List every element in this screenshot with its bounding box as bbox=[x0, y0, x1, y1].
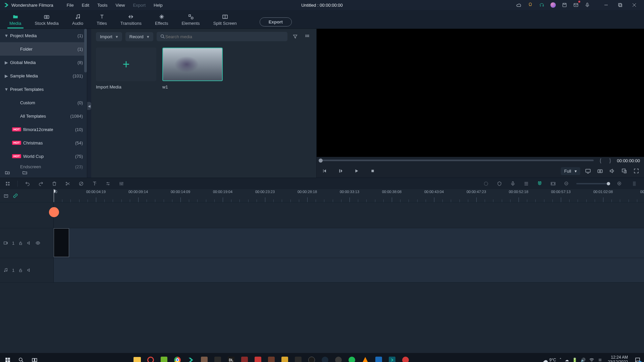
app-icon-9[interactable] bbox=[306, 354, 317, 362]
quality-select[interactable]: Full▾ bbox=[561, 167, 580, 175]
timeline-add-icon[interactable] bbox=[3, 193, 9, 198]
tab-audio[interactable]: Audio bbox=[65, 11, 90, 28]
search-media[interactable] bbox=[157, 32, 287, 41]
mark-in-button[interactable]: { bbox=[598, 158, 603, 163]
track-spacer[interactable] bbox=[54, 202, 644, 228]
timeline-clip-marker[interactable] bbox=[49, 207, 59, 217]
lock-icon[interactable] bbox=[18, 268, 23, 273]
tray-volume-icon[interactable]: 🔊 bbox=[581, 358, 586, 362]
tree-filmora12create[interactable]: HOTfilmora12create(10) bbox=[0, 123, 87, 136]
media-clip-w1[interactable]: w1 bbox=[162, 48, 223, 89]
render-icon[interactable] bbox=[482, 180, 490, 187]
filter-icon[interactable] bbox=[291, 32, 300, 41]
tab-split-screen[interactable]: Split Screen bbox=[207, 11, 244, 28]
menu-help[interactable]: Help bbox=[150, 1, 167, 10]
app-icon-4[interactable] bbox=[239, 354, 250, 362]
message-icon[interactable] bbox=[572, 1, 580, 9]
filmora-running-icon[interactable] bbox=[386, 354, 398, 362]
volume-icon[interactable] bbox=[608, 167, 616, 175]
tab-transitions[interactable]: Transitions bbox=[114, 11, 148, 28]
menu-tools[interactable]: Tools bbox=[93, 1, 111, 10]
tree-project-media[interactable]: ▼Project Media(1) bbox=[0, 29, 87, 42]
undo-button[interactable] bbox=[24, 180, 31, 187]
playhead[interactable] bbox=[54, 189, 54, 202]
text-button[interactable] bbox=[91, 180, 98, 187]
mark-out-button[interactable]: } bbox=[607, 158, 613, 163]
link-icon[interactable] bbox=[13, 193, 18, 198]
fit-icon[interactable] bbox=[549, 180, 557, 187]
audio-mixer-icon[interactable] bbox=[523, 180, 530, 187]
app-icon-10[interactable] bbox=[319, 354, 331, 362]
tree-world-cup[interactable]: HOTWorld Cup(75) bbox=[0, 149, 87, 163]
voiceover-icon[interactable] bbox=[509, 180, 517, 187]
video-clip[interactable] bbox=[54, 228, 69, 257]
tray-chevron-icon[interactable]: ˄ bbox=[559, 358, 561, 362]
play-pause-button[interactable] bbox=[337, 167, 344, 175]
menu-file[interactable]: File bbox=[63, 1, 78, 10]
import-media-card[interactable]: + Import Media bbox=[96, 48, 156, 89]
tray-wifi-icon[interactable] bbox=[589, 357, 594, 362]
mic-icon[interactable] bbox=[584, 1, 591, 9]
prev-frame-button[interactable] bbox=[321, 167, 328, 175]
tab-stock-media[interactable]: Stock Media bbox=[28, 11, 65, 28]
start-button[interactable] bbox=[2, 354, 13, 362]
split-button[interactable] bbox=[64, 180, 71, 187]
minimize-button[interactable] bbox=[599, 0, 613, 10]
app-icon-11[interactable] bbox=[333, 354, 344, 362]
tree-preset-templates[interactable]: ▼Preset Templates bbox=[0, 82, 87, 96]
app-icon-6[interactable] bbox=[266, 354, 277, 362]
close-button[interactable] bbox=[627, 0, 641, 10]
chrome-icon[interactable] bbox=[172, 354, 183, 362]
adjust-button[interactable] bbox=[104, 180, 112, 187]
task-view-button[interactable] bbox=[29, 354, 40, 362]
tree-all-templates[interactable]: All Templates(1084) bbox=[0, 109, 87, 123]
tab-media[interactable]: Media bbox=[3, 11, 28, 28]
mute-icon[interactable] bbox=[27, 241, 32, 245]
preview-screen[interactable] bbox=[317, 29, 644, 157]
app-icon-12[interactable] bbox=[373, 354, 384, 362]
spotify-icon[interactable] bbox=[346, 354, 358, 362]
zoom-slider[interactable] bbox=[576, 183, 610, 184]
nvidia-icon[interactable] bbox=[158, 354, 170, 362]
delete-button[interactable] bbox=[51, 180, 58, 187]
export-button[interactable]: Export bbox=[260, 17, 292, 26]
weather-icon[interactable]: ☁9°C bbox=[543, 357, 556, 362]
zoom-in-button[interactable] bbox=[616, 180, 623, 187]
audio-track[interactable] bbox=[54, 258, 644, 282]
tree-folder[interactable]: Folder(1) bbox=[0, 42, 87, 56]
video-track[interactable] bbox=[54, 228, 644, 258]
tray-language-icon[interactable] bbox=[598, 358, 602, 362]
system-clock[interactable]: 12:24 AM 23/12/2022 bbox=[608, 355, 628, 362]
search-input[interactable] bbox=[165, 34, 284, 39]
play-button[interactable] bbox=[353, 167, 360, 175]
zoom-out-button[interactable] bbox=[563, 180, 570, 187]
save-icon[interactable] bbox=[561, 1, 568, 9]
avatar-icon[interactable] bbox=[549, 1, 557, 9]
collapse-tree-handle[interactable]: ◀ bbox=[87, 102, 91, 110]
stop-button[interactable] bbox=[369, 167, 376, 175]
app-icon-13[interactable] bbox=[400, 354, 411, 362]
app-icon-7[interactable] bbox=[279, 354, 290, 362]
new-folder-icon[interactable] bbox=[5, 170, 10, 175]
tab-titles[interactable]: Titles bbox=[90, 11, 114, 28]
notifications-button[interactable]: 2 bbox=[633, 356, 642, 362]
search-button[interactable] bbox=[15, 354, 27, 362]
app-icon-5[interactable] bbox=[252, 354, 264, 362]
timeline-view-icon[interactable] bbox=[633, 180, 640, 187]
open-folder-icon[interactable] bbox=[22, 170, 28, 175]
tab-effects[interactable]: Effects bbox=[148, 11, 175, 28]
snapshot-icon[interactable] bbox=[596, 167, 604, 175]
menu-edit[interactable]: Edit bbox=[78, 1, 93, 10]
mute-icon[interactable] bbox=[27, 268, 32, 273]
maximize-button[interactable] bbox=[613, 0, 627, 10]
tab-elements[interactable]: Elements bbox=[175, 11, 206, 28]
magnet-icon[interactable] bbox=[536, 180, 543, 187]
record-dropdown[interactable]: Record▾ bbox=[125, 32, 153, 41]
fullscreen-icon[interactable] bbox=[633, 167, 640, 175]
menu-view[interactable]: View bbox=[111, 1, 129, 10]
tree-sample-media[interactable]: ▶Sample Media(101) bbox=[0, 69, 87, 82]
filmora-taskbar-icon[interactable] bbox=[185, 354, 197, 362]
tree-scrollbar[interactable] bbox=[84, 29, 87, 168]
menu-export[interactable]: Export bbox=[129, 1, 150, 10]
marker-icon[interactable] bbox=[496, 180, 503, 187]
